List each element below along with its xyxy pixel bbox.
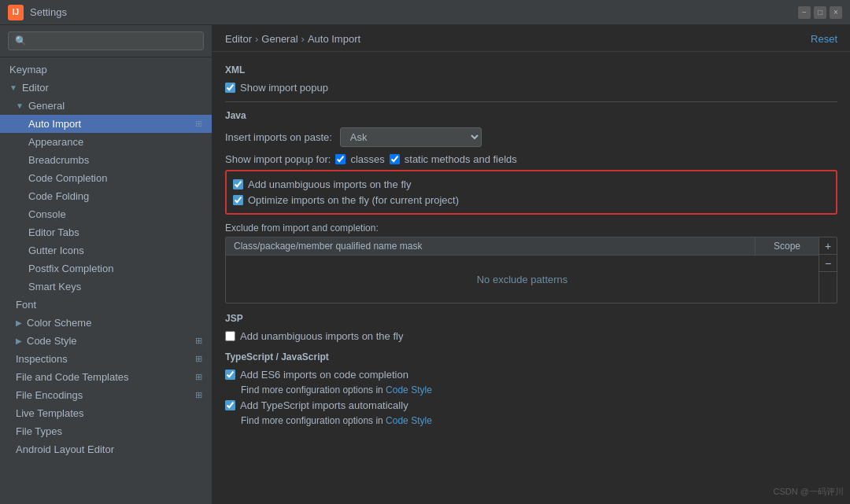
sidebar-item-label: File Types <box>16 425 62 437</box>
tree-arrow-icon: ▶ <box>16 337 22 345</box>
sidebar-item-label: Code Style <box>27 335 77 347</box>
sidebar-item-live-templates[interactable]: Live Templates <box>0 404 212 422</box>
tree-arrow-icon: ▶ <box>16 318 22 327</box>
sidebar-item-label: Console <box>28 208 66 220</box>
sidebar-item-code-folding[interactable]: Code Folding <box>0 187 212 205</box>
breadcrumb-separator: › <box>301 33 305 45</box>
sidebar-item-label: Font <box>16 299 36 311</box>
sidebar-item-label: Color Scheme <box>27 317 91 329</box>
sidebar-item-editor-tabs[interactable]: Editor Tabs <box>0 223 212 241</box>
tree-badge: ⊞ <box>195 372 202 382</box>
sidebar-item-color-scheme[interactable]: ▶Color Scheme <box>0 314 212 332</box>
sidebar-item-gutter-icons[interactable]: Gutter Icons <box>0 241 212 259</box>
sidebar-item-code-style[interactable]: ▶Code Style⊞ <box>0 332 212 350</box>
sidebar-item-label: Live Templates <box>16 407 83 419</box>
ts-code-style-link[interactable]: Code Style <box>386 415 432 426</box>
app-logo: IJ <box>8 5 24 20</box>
sidebar-item-label: Gutter Icons <box>28 245 84 256</box>
search-input[interactable] <box>8 31 204 50</box>
typescript-section: TypeScript / JavaScript Add ES6 imports … <box>225 351 837 426</box>
optimize-imports-checkbox[interactable] <box>233 195 243 205</box>
breadcrumb: Editor › General › Auto Import <box>225 33 360 45</box>
watermark: CSDN @一码评川 <box>774 486 844 498</box>
sidebar-item-font[interactable]: Font <box>0 296 212 314</box>
sidebar-item-label: File Encodings <box>16 389 83 401</box>
sidebar-item-code-completion[interactable]: Code Completion <box>0 169 212 187</box>
jsp-section: JSP Add unambiguous imports on the fly <box>225 313 837 342</box>
add-typescript-checkbox[interactable] <box>225 400 235 410</box>
table-empty-message: No exclude patterns <box>477 274 568 285</box>
sidebar-item-smart-keys[interactable]: Smart Keys <box>0 278 212 296</box>
sidebar-item-label: Code Folding <box>28 190 89 202</box>
sidebar-item-label: Android Layout Editor <box>16 443 114 455</box>
tree-arrow-icon: ▼ <box>9 83 17 92</box>
sidebar-item-label: Appearance <box>28 136 83 148</box>
static-methods-checkbox[interactable] <box>390 154 400 164</box>
table-col-name: Class/package/member qualified name mask <box>226 237 756 255</box>
xml-show-import-popup-row: Show import popup <box>225 82 837 94</box>
main-panel: Editor › General › Auto Import Reset XML… <box>213 25 850 504</box>
sidebar-item-android-layout-editor[interactable]: Android Layout Editor <box>0 440 212 458</box>
jsp-add-unambiguous-checkbox[interactable] <box>225 331 235 341</box>
sidebar: Keymap▼Editor▼GeneralAuto Import⊞Appeara… <box>0 25 213 504</box>
sidebar-tree: Keymap▼Editor▼GeneralAuto Import⊞Appeara… <box>0 57 212 504</box>
window-title: Settings <box>30 6 67 18</box>
sidebar-item-label: Editor <box>22 82 49 94</box>
sidebar-item-console[interactable]: Console <box>0 205 212 223</box>
sidebar-item-file-types[interactable]: File Types <box>0 422 212 440</box>
table-col-scope: Scope <box>756 237 819 255</box>
maximize-button[interactable]: □ <box>814 6 826 19</box>
titlebar-left: IJ Settings <box>8 5 67 20</box>
es6-code-style-link[interactable]: Code Style <box>386 384 432 395</box>
sidebar-item-general[interactable]: ▼General <box>0 97 212 115</box>
add-typescript-row: Add TypeScript imports automatically <box>225 399 837 411</box>
add-typescript-label: Add TypeScript imports automatically <box>240 399 408 411</box>
add-unambiguous-row: Add unambiguous imports on the fly <box>233 178 830 190</box>
jsp-section-label: JSP <box>225 313 837 324</box>
sidebar-item-file-and-code-templates[interactable]: File and Code Templates⊞ <box>0 368 212 386</box>
xml-show-import-popup-checkbox[interactable] <box>225 83 235 93</box>
add-es6-checkbox[interactable] <box>225 370 235 380</box>
minimize-button[interactable]: − <box>798 6 811 19</box>
sidebar-item-file-encodings[interactable]: File Encodings⊞ <box>0 386 212 404</box>
close-button[interactable]: × <box>830 6 842 19</box>
add-unambiguous-label: Add unambiguous imports on the fly <box>248 178 411 190</box>
sidebar-item-label: File and Code Templates <box>16 371 129 383</box>
reset-button[interactable]: Reset <box>811 33 837 45</box>
sidebar-item-appearance[interactable]: Appearance <box>0 133 212 151</box>
table-remove-button[interactable]: − <box>819 255 837 272</box>
sidebar-item-keymap[interactable]: Keymap <box>0 61 212 79</box>
java-section-label: Java <box>225 110 837 121</box>
titlebar: IJ Settings − □ × <box>0 0 850 25</box>
es6-config-link-row: Find more configuration options in Code … <box>241 384 837 395</box>
sidebar-item-inspections[interactable]: Inspections⊞ <box>0 350 212 368</box>
exclude-label: Exclude from import and completion: <box>225 223 837 234</box>
typescript-section-label: TypeScript / JavaScript <box>225 351 837 362</box>
static-methods-label: static methods and fields <box>405 153 517 165</box>
breadcrumb-item: General <box>261 33 298 45</box>
insert-imports-select[interactable]: AskAlwaysNever <box>340 127 482 147</box>
panel-header: Editor › General › Auto Import Reset <box>213 25 850 52</box>
classes-checkbox[interactable] <box>335 154 346 164</box>
sidebar-item-label: Code Completion <box>28 172 107 184</box>
xml-show-import-popup-label: Show import popup <box>240 82 328 94</box>
classes-label: classes <box>350 153 384 165</box>
tree-badge: ⊞ <box>195 354 202 364</box>
table-add-button[interactable]: + <box>819 237 837 255</box>
add-unambiguous-checkbox[interactable] <box>233 179 243 189</box>
tree-badge: ⊞ <box>195 336 202 346</box>
breadcrumb-separator: › <box>255 33 258 45</box>
sidebar-item-auto-import[interactable]: Auto Import⊞ <box>0 115 212 133</box>
sidebar-item-label: General <box>28 100 65 112</box>
show-import-popup-for-row: Show import popup for: classes static me… <box>225 153 837 165</box>
table-body: No exclude patterns <box>226 256 819 303</box>
sidebar-item-editor[interactable]: ▼Editor <box>0 79 212 97</box>
sidebar-item-label: Editor Tabs <box>28 226 79 238</box>
ts-config-link-row: Find more configuration options in Code … <box>241 415 837 426</box>
sidebar-item-breadcrumbs[interactable]: Breadcrumbs <box>0 151 212 169</box>
xml-section-label: XML <box>225 64 837 75</box>
add-es6-row: Add ES6 imports on code completion <box>225 369 837 381</box>
sidebar-item-label: Inspections <box>16 353 68 365</box>
tree-badge: ⊞ <box>195 119 202 129</box>
sidebar-item-postfix-completion[interactable]: Postfix Completion <box>0 259 212 278</box>
